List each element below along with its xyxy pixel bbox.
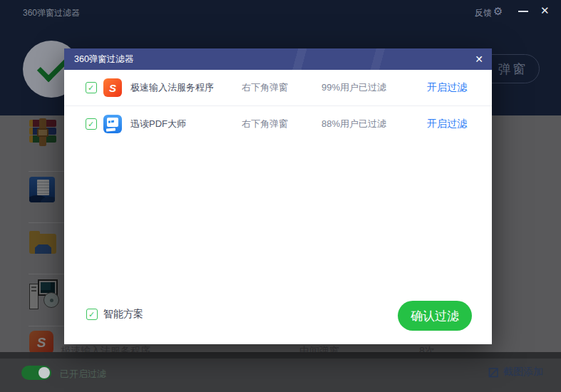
screenshot-add-button[interactable]: 截图添加 bbox=[488, 366, 543, 378]
popup-list: S 极速输入法服务程序 右下角弹窗 99%用户已过滤 开启过滤 迅读PDF大师 … bbox=[64, 70, 492, 141]
bg-row-name: 极速输入法服务程序 bbox=[61, 345, 150, 352]
bg-row-count: 8次 bbox=[419, 345, 435, 352]
smart-plan-checkbox[interactable] bbox=[86, 309, 98, 320]
dialog-header: 360弹窗过滤器 ✕ bbox=[64, 48, 492, 70]
status-bar: 已开启过滤 截图添加 bbox=[0, 359, 561, 392]
dialog-title: 360弹窗过滤器 bbox=[74, 53, 133, 66]
list-divider bbox=[29, 171, 64, 172]
table-row: 迅读PDF大师 右下角弹窗 88%用户已过滤 开启过滤 bbox=[64, 105, 492, 141]
row-position: 右下角弹窗 bbox=[242, 81, 321, 94]
row-position: 右下角弹窗 bbox=[242, 118, 321, 130]
enable-filter-link[interactable]: 开启过滤 bbox=[427, 118, 467, 130]
screenshot-crop-icon bbox=[488, 367, 499, 378]
toggle-knob bbox=[38, 367, 50, 378]
smart-plan-option[interactable]: 智能方案 bbox=[86, 308, 143, 321]
list-divider bbox=[29, 274, 64, 274]
row-stat: 99%用户已过滤 bbox=[321, 81, 427, 94]
close-button[interactable]: ✕ bbox=[540, 4, 550, 17]
blue-document-icon bbox=[29, 177, 58, 205]
row-app-name: 迅读PDF大师 bbox=[130, 118, 242, 130]
row-stat: 88%用户已过滤 bbox=[321, 118, 427, 130]
speed-input-app-icon: S bbox=[103, 78, 122, 97]
list-divider bbox=[29, 222, 64, 223]
folder-icon bbox=[29, 229, 58, 258]
minimize-button[interactable] bbox=[518, 11, 528, 12]
dialog-footer: 智能方案 确认过滤 bbox=[64, 297, 492, 344]
bg-row-position: 中间弹窗 bbox=[299, 345, 339, 352]
feedback-link[interactable]: 反馈 bbox=[475, 7, 492, 19]
row-app-name: 极速输入法服务程序 bbox=[130, 81, 242, 94]
filter-toggle[interactable] bbox=[21, 366, 51, 380]
window-title: 360弹窗过滤器 bbox=[23, 7, 80, 19]
confirm-filter-button[interactable]: 确认过滤 bbox=[398, 301, 472, 331]
row-checkbox[interactable] bbox=[86, 118, 97, 130]
list-divider bbox=[29, 326, 64, 326]
gear-icon[interactable]: ⚙ bbox=[493, 5, 503, 18]
app-window: 360弹窗过滤器 反馈 ⚙ ✕ 弹窗 S 极速输入法服务程序 中间弹窗 bbox=[0, 0, 561, 392]
smart-plan-label: 智能方案 bbox=[103, 308, 143, 321]
pdf-master-app-icon bbox=[103, 115, 122, 133]
background-list-row: 极速输入法服务程序 中间弹窗 8次 bbox=[0, 345, 561, 352]
winrar-icon bbox=[29, 120, 58, 148]
installer-icon bbox=[29, 279, 58, 308]
table-row: S 极速输入法服务程序 右下角弹窗 99%用户已过滤 开启过滤 bbox=[64, 70, 492, 105]
screenshot-add-label: 截图添加 bbox=[503, 366, 543, 378]
dialog-close-icon[interactable]: ✕ bbox=[475, 53, 483, 66]
popup-filter-dialog: 360弹窗过滤器 ✕ S 极速输入法服务程序 右下角弹窗 99%用户已过滤 开启… bbox=[64, 48, 492, 344]
enable-filter-link[interactable]: 开启过滤 bbox=[427, 81, 467, 94]
row-checkbox[interactable] bbox=[86, 82, 97, 93]
list-bottom-edge bbox=[0, 352, 561, 359]
filter-toggle-label: 已开启过滤 bbox=[60, 368, 106, 381]
